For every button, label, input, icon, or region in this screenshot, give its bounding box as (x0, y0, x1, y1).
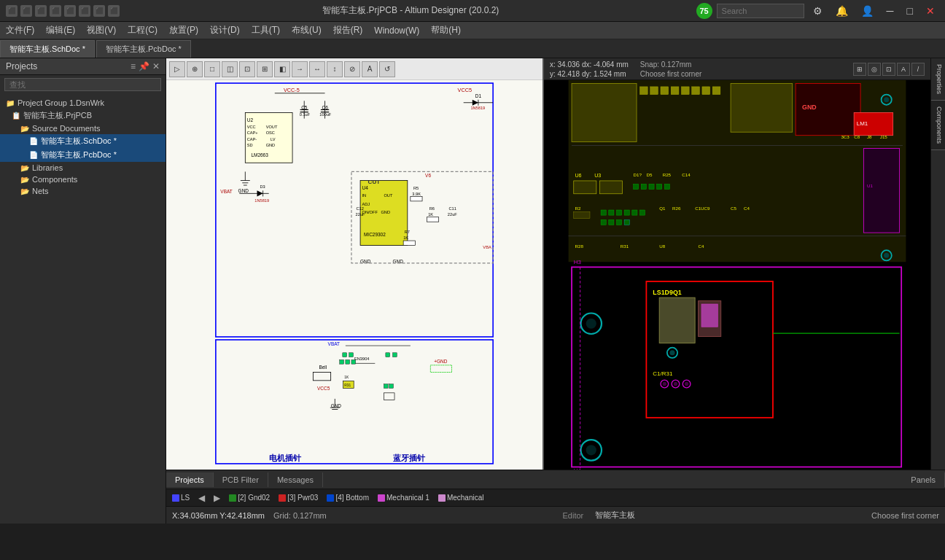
tree-project-group[interactable]: 📁 Project Group 1.DsnWrk (0, 97, 166, 109)
svg-text:Bell: Bell (319, 365, 327, 370)
tool-wire[interactable]: ◫ (222, 61, 238, 77)
pcb-status-line1: x: 34.036 dx: -4.064 mm (550, 61, 629, 69)
tool-cross[interactable]: ⊘ (344, 61, 360, 77)
tree-project[interactable]: 📋 智能车主板.PrjPCB (0, 109, 166, 122)
layer-bottom[interactable]: [4] Bottom (324, 494, 372, 502)
tool-add[interactable]: ⊕ (187, 61, 203, 77)
layer-ls[interactable]: LS (169, 494, 192, 502)
win-icon-8[interactable]: ⬛ (108, 5, 120, 17)
tree-schdoc[interactable]: 📄 智能车主板.SchDoc * (0, 134, 166, 148)
svg-text:VBAT: VBAT (220, 189, 232, 194)
panel-pin-icon[interactable]: 📌 (139, 61, 149, 71)
win-icon-7[interactable]: ⬛ (93, 5, 105, 17)
win-icon-6[interactable]: ⬛ (79, 5, 90, 17)
bottom-tab-projects[interactable]: Projects (166, 472, 214, 487)
win-icon-3[interactable]: ⬛ (35, 5, 47, 17)
minimize-button[interactable]: ─ (882, 5, 898, 17)
svg-rect-84 (343, 353, 347, 357)
bottom-tab-panels[interactable]: Panels (902, 472, 945, 487)
layer-gnd02[interactable]: [2] Gnd02 (226, 494, 273, 502)
svg-text:GND: GND (802, 104, 817, 111)
tree-libraries[interactable]: 📂 Libraries (0, 162, 166, 174)
project-search-input[interactable] (4, 78, 161, 91)
layer-prev[interactable]: ◀ (195, 493, 208, 503)
layer-mech1[interactable]: Mechanical 1 (375, 494, 432, 502)
layer-mech[interactable]: Mechanical (435, 494, 487, 502)
pcb-tool-1[interactable]: ⊞ (853, 63, 866, 76)
pcb-tool-4[interactable]: A (897, 63, 910, 76)
svg-text:H3: H3 (574, 259, 582, 265)
tool-vflip[interactable]: ↕ (327, 61, 343, 77)
win-icon-5[interactable]: ⬛ (64, 5, 76, 17)
app-title: 智能车主板.PrjPCB - Altium Designer (20.0.2) (125, 4, 696, 17)
svg-rect-88 (351, 360, 356, 365)
menu-design[interactable]: 设计(D) (204, 23, 246, 38)
tool-arrow[interactable]: → (292, 61, 308, 77)
pcb-tool-5[interactable]: / (911, 63, 925, 76)
bottom-tab-pcbfilter[interactable]: PCB Filter (214, 472, 268, 487)
pcb-tool-3[interactable]: ⊡ (882, 63, 895, 76)
schematic-editor[interactable]: ▷ ⊕ □ ◫ ⊡ ⊞ ◧ → ↔ ↕ ⊘ A ↺ (166, 58, 544, 470)
tree-source-documents[interactable]: 📂 Source Documents (0, 122, 166, 134)
menu-help[interactable]: 帮助(H) (425, 23, 467, 38)
svg-text:U3: U3 (594, 174, 601, 179)
svg-text:0.1uF: 0.1uF (300, 112, 311, 117)
bottom-tab-messages[interactable]: Messages (268, 472, 323, 487)
svg-text:R7: R7 (405, 230, 410, 234)
tool-net[interactable]: ⊡ (239, 61, 255, 77)
menu-project[interactable]: 工程(C) (122, 23, 163, 38)
global-search-input[interactable] (717, 4, 804, 18)
menu-edit[interactable]: 编辑(E) (40, 23, 81, 38)
menu-place[interactable]: 放置(P) (163, 23, 204, 38)
notification-icon[interactable]: 🔔 (831, 5, 852, 17)
user-icon[interactable]: 👤 (857, 5, 878, 17)
layer-next[interactable]: ▶ (211, 493, 223, 503)
panel-close-icon[interactable]: ✕ (152, 61, 160, 71)
menu-file[interactable]: 文件(F) (0, 23, 40, 38)
left-panel-header: Projects ≡ 📌 ✕ (0, 58, 166, 75)
svg-text:ADJ: ADJ (362, 202, 370, 206)
right-tab-components[interactable]: Components (931, 101, 945, 150)
tool-bus[interactable]: ◧ (274, 61, 290, 77)
svg-text:C14: C14 (682, 172, 691, 177)
tree-components[interactable]: 📂 Components (0, 174, 166, 185)
layer-prev-icon[interactable]: ◀ (198, 493, 205, 503)
svg-text:D3: D3 (260, 184, 265, 189)
win-icon-4[interactable]: ⬛ (50, 5, 61, 17)
maximize-button[interactable]: □ (903, 5, 917, 17)
menu-route[interactable]: 布线(U) (286, 23, 327, 38)
tool-pin[interactable]: ⊞ (257, 61, 273, 77)
pcb-tool-2[interactable]: ◎ (868, 63, 881, 76)
menu-tools[interactable]: 工具(T) (246, 23, 286, 38)
pcb-editor[interactable]: x: 34.036 dx: -4.064 mm y: 42.418 dy: 1.… (544, 58, 930, 470)
tree-pcbdoc[interactable]: 📄 智能车主板.PcbDoc * (0, 148, 166, 162)
tool-undo[interactable]: ↺ (379, 61, 395, 77)
right-tab-properties[interactable]: Properties (931, 58, 945, 101)
close-button[interactable]: ✕ (922, 5, 939, 17)
svg-text:R25: R25 (663, 172, 672, 177)
win-icon-2[interactable]: ⬛ (20, 5, 32, 17)
menu-window[interactable]: Window(W) (368, 24, 425, 37)
svg-rect-131 (664, 184, 669, 189)
svg-text:U6: U6 (575, 174, 582, 179)
tab-pcb[interactable]: 智能车主板.PcbDoc * (96, 40, 191, 58)
tool-select[interactable]: ▷ (169, 61, 185, 77)
menu-view[interactable]: 视图(V) (81, 23, 122, 38)
svg-point-175 (685, 382, 688, 386)
tool-hflip[interactable]: ↔ (309, 61, 325, 77)
layer-pwr03[interactable]: [3] Pwr03 (276, 494, 321, 502)
svg-text:D5: D5 (646, 172, 652, 177)
menu-report[interactable]: 报告(R) (327, 23, 369, 38)
layer-next-icon[interactable]: ▶ (214, 493, 220, 503)
pcb-canvas[interactable]: GND J8 J15 (544, 80, 930, 470)
panel-menu-icon[interactable]: ≡ (131, 61, 136, 71)
win-icon-1[interactable]: ⬛ (6, 5, 18, 17)
search-box-panel (0, 75, 166, 94)
tree-nets[interactable]: 📂 Nets (0, 185, 166, 197)
settings-icon[interactable]: ⚙ (809, 5, 827, 17)
tool-rect[interactable]: □ (204, 61, 220, 77)
schematic-canvas[interactable]: VCC-5 VCC5 D1 1N5819 U2 VCC (166, 80, 542, 470)
tab-bar: 智能车主板.SchDoc * 智能车主板.PcbDoc * (0, 39, 945, 58)
tab-schematic[interactable]: 智能车主板.SchDoc * (0, 40, 95, 58)
tool-text[interactable]: A (362, 61, 378, 77)
